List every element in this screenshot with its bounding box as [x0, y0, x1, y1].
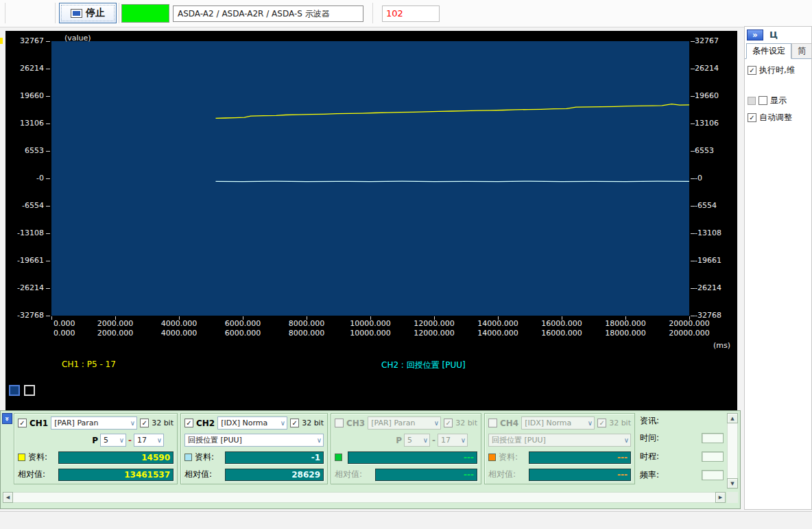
ch4-enable-checkbox[interactable] [488, 419, 497, 427]
ch3-32bit-label: 32 bit [455, 419, 477, 427]
show-checkbox[interactable] [759, 96, 767, 105]
ch4-header-row: CH4 [IDX] Norma∨ ✓ 32 bit [488, 415, 631, 431]
toolbar-separator [372, 3, 373, 23]
x-axis-label-row2: 20000.000 [658, 329, 721, 338]
device-model-field[interactable]: ASDA-A2 / ASDA-A2R / ASDA-S 示波器 [173, 5, 363, 22]
ch3-32bit-checkbox[interactable]: ✓ [444, 419, 453, 427]
chevron-down-icon: ∨ [459, 436, 466, 444]
ch3-param-row: P 5∨ - 17∨ [335, 432, 477, 448]
status-code-field: 102 [382, 5, 440, 22]
ch3-type-select[interactable]: [PAR] Paran∨ [368, 416, 441, 430]
tab-simple-setting[interactable]: 简 [791, 43, 812, 58]
ch2-color-swatch [184, 454, 192, 461]
ch3-p-group-select[interactable]: 5∨ [404, 434, 430, 447]
x-axis-label-row1: 12000.000 [403, 319, 466, 328]
x-axis-label-row1: 8000.000 [275, 319, 338, 328]
stop-button-label: 停止 [86, 7, 105, 19]
ch4-data-value: --- [529, 451, 631, 464]
ch3-p-index-select[interactable]: 17∨ [438, 434, 468, 447]
trace-CH2 : 回授位置 [PUU] [216, 181, 690, 182]
x-axis-label-row1: 14000.000 [466, 319, 529, 328]
time-value-field [702, 433, 724, 443]
stop-button[interactable]: 停止 [59, 3, 117, 23]
ch4-source-select[interactable]: 回授位置 [PUU]∨ [488, 434, 631, 447]
duration-value-field [702, 451, 724, 462]
y-tick-mark [46, 261, 50, 261]
x-axis-label-row1: 20000.000 [658, 319, 721, 328]
ch1-header-row: ✓ CH1 [PAR] Paran∨ ✓ 32 bit [18, 415, 174, 431]
ch1-data-value: 14590 [58, 451, 174, 464]
scroll-left-button[interactable]: ◀ [3, 492, 13, 503]
ch1-p-index-select[interactable]: 17∨ [134, 434, 164, 447]
horizontal-scrollbar[interactable] [3, 492, 726, 503]
ch2-data-row: 资料: -1 [184, 449, 324, 465]
y-tick-mark [46, 41, 50, 42]
ch2-enable-checkbox[interactable]: ✓ [184, 419, 193, 427]
scroll-right-button[interactable]: ▶ [715, 492, 726, 503]
arrow-up-icon: ▲ [730, 416, 734, 421]
ch4-relative-value: --- [529, 469, 631, 481]
chevron-down-icon: » [3, 416, 12, 421]
x-tick-mark [179, 316, 180, 320]
scroll-down-button[interactable]: ▼ [727, 478, 738, 489]
ch1-p-group-select[interactable]: 5∨ [100, 434, 126, 447]
ch2-32bit-label: 32 bit [302, 419, 324, 427]
ch3-enable-checkbox[interactable] [335, 419, 344, 427]
x-axis-label-row1: 10000.000 [339, 319, 402, 328]
y-axis-label-left: 26214 [10, 64, 44, 73]
y-tick-mark [46, 151, 50, 152]
chevron-down-icon: ∨ [432, 419, 439, 427]
auto-adjust-checkbox[interactable]: ✓ [748, 113, 756, 122]
ch1-trace-label: CH1 : P5 - 17 [62, 360, 116, 369]
ch3-relative-value: --- [375, 469, 477, 481]
tab-condition-setting[interactable]: 条件设定 [746, 43, 791, 59]
scope-plot-area[interactable] [51, 41, 689, 316]
run-keep-checkbox[interactable]: ✓ [748, 66, 756, 75]
display-mode-square-black[interactable] [24, 385, 35, 396]
chevron-down-icon: ∨ [278, 419, 285, 427]
ch1-enable-checkbox[interactable]: ✓ [18, 419, 27, 427]
channel-settings-panel: » ✓ CH1 [PAR] Paran∨ ✓ 32 bit P 5∨ - 17∨… [0, 410, 741, 509]
ch1-color-swatch [18, 454, 25, 461]
y-axis-label-left: -32768 [10, 311, 44, 320]
y-axis-label-right: 32767 [695, 36, 735, 46]
y-tick-mark [46, 233, 50, 234]
display-mode-square-blue[interactable] [9, 385, 20, 396]
y-axis-label-right: 19660 [695, 91, 735, 101]
ch1-type-select[interactable]: [PAR] Paran∨ [51, 416, 137, 430]
vertical-scrollbar[interactable] [727, 413, 738, 489]
ch3-relative-row: 相对值: --- [335, 467, 477, 482]
ch1-32bit-checkbox[interactable]: ✓ [140, 419, 149, 427]
ch3-header-row: CH3 [PAR] Paran∨ ✓ 32 bit [335, 415, 477, 431]
oscilloscope-display: (value) (ms) CH1 : P5 - 17 CH2 : 回授位置 [P… [5, 31, 737, 410]
x-tick-mark [434, 316, 435, 320]
edge-artifact [0, 38, 3, 44]
channel-group-ch2: ✓ CH2 [IDX] Norma∨ ✓ 32 bit 回授位置 [PUU]∨ … [180, 413, 328, 484]
y-tick-mark [691, 151, 695, 152]
ch4-32bit-checkbox[interactable]: ✓ [597, 419, 606, 427]
ch4-type-select[interactable]: [IDX] Norma∨ [521, 416, 595, 430]
ch4-color-swatch [488, 454, 496, 461]
ch2-trace-label: CH2 : 回授位置 [PUU] [381, 360, 466, 371]
ch4-source-row: 回授位置 [PUU]∨ [488, 432, 631, 448]
x-axis-label-row2: 16000.000 [530, 329, 593, 338]
pin-icon[interactable]: Ц [769, 30, 778, 40]
y-axis-label-left: -0 [10, 174, 44, 183]
collapse-panel-button[interactable]: » [2, 413, 12, 424]
ch2-type-select[interactable]: [IDX] Norma∨ [217, 416, 287, 430]
expand-panel-button[interactable]: » [747, 30, 763, 40]
ch1-data-row: 资料: 14590 [18, 449, 174, 465]
ch2-32bit-checkbox[interactable]: ✓ [290, 419, 299, 427]
run-keep-label: 执行时,维 [759, 64, 795, 76]
x-axis-label-row2: 14000.000 [466, 329, 529, 338]
toolbar-separator [5, 3, 5, 23]
run-status-indicator [121, 4, 169, 23]
y-axis-label-right: -13108 [695, 228, 735, 238]
ch2-source-select[interactable]: 回授位置 [PUU]∨ [184, 434, 324, 447]
show-checkbox-row: 显示 [748, 95, 787, 106]
y-tick-mark [691, 316, 695, 316]
scroll-up-button[interactable]: ▲ [727, 413, 738, 423]
chevron-down-icon: ∨ [155, 436, 162, 444]
auto-adjust-checkbox-row: ✓ 自动调整 [748, 112, 792, 124]
x-tick-mark [243, 316, 243, 320]
